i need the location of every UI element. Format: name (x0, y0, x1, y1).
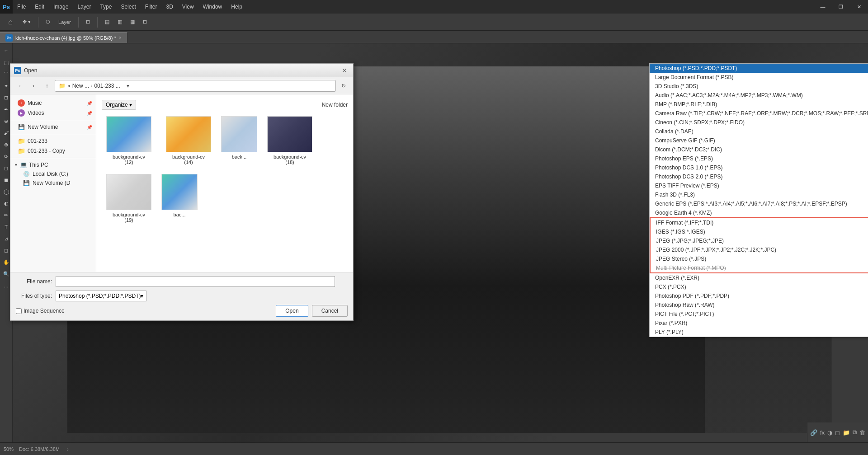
file-item-bg-cv-18[interactable]: background-cv (18) (263, 114, 317, 167)
sidebar-folders-section: 📁 001-233 📁 001-233 - Copy (10, 136, 96, 156)
breadcrumb-part1: « (67, 83, 71, 89)
home-button[interactable]: ⌂ (4, 15, 17, 29)
dialog-close-button[interactable]: ✕ (340, 66, 349, 75)
filetype-option-eps[interactable]: Photoshop EPS (*.EPS) (650, 154, 868, 163)
file-name-6: bac... (174, 212, 186, 217)
filetype-option-iges[interactable]: IGES (*.IGS;*.IGES) (651, 227, 868, 236)
menu-file[interactable]: File (13, 0, 30, 14)
breadcrumb-folder-icon: 📁 (59, 83, 66, 89)
computer-icon: 💻 (20, 161, 27, 168)
filetype-dropdown-arrow: ▾ (141, 293, 143, 299)
dialog-files-area: Organize ▾ New folder background-cv (12) (96, 94, 353, 272)
grid-tool[interactable]: ⊞ (83, 18, 93, 26)
filetype-option-pict[interactable]: PICT File (*.PCT;*.PICT) (650, 310, 868, 319)
filetype-option-raw[interactable]: Photoshop Raw (*.RAW) (650, 300, 868, 310)
active-tab[interactable]: Ps kich-thuoc-cv-chuan (4).jpg @ 50% (RG… (0, 32, 127, 43)
menu-help[interactable]: Help (226, 0, 247, 14)
sidebar-videos-label: Videos (28, 110, 44, 116)
menu-window[interactable]: Window (198, 0, 227, 14)
breadcrumb-dropdown-icon[interactable]: ▾ (122, 80, 134, 92)
sidebar-item-folder-001-233[interactable]: 📁 001-233 (10, 136, 96, 146)
filetype-option-cineon[interactable]: Cineon (*.CIN;*.SDPX;*.DPX;*.FIDO) (650, 118, 868, 127)
menu-filter[interactable]: Filter (141, 0, 162, 14)
menu-type[interactable]: Type (95, 0, 116, 14)
sidebar-item-music[interactable]: ♪ Music 📌 (10, 98, 96, 108)
filetype-option-dcs1[interactable]: Photoshop DCS 1.0 (*.EPS) (650, 163, 868, 172)
file-name-2: background-cv (14) (172, 154, 205, 165)
filetype-option-bmp[interactable]: BMP (*.BMP;*.RLE;*.DIB) (650, 100, 868, 109)
move-tool[interactable]: ✥ ▾ (20, 18, 33, 26)
menu-edit[interactable]: Edit (30, 0, 49, 14)
sidebar-pin-drive: 📌 (87, 125, 92, 130)
file-item-bg-cv-14[interactable]: background-cv (14) (161, 114, 216, 167)
nav-forward-button[interactable]: › (28, 80, 39, 92)
sidebar-thispc-header[interactable]: ▼ 💻 This PC (10, 160, 96, 169)
file-thumb-4 (267, 116, 312, 152)
file-grid: background-cv (12) background-cv (14) (102, 114, 348, 225)
breadcrumb-bar[interactable]: 📁 « New ... › 001-233 ... ▾ (55, 80, 336, 92)
breadcrumb-sub: 001-233 ... (94, 83, 120, 89)
file-item-bg-cv-19[interactable]: background-cv (19) (102, 172, 156, 225)
layer-dropdown[interactable]: Layer (56, 18, 74, 26)
filetype-option-psd[interactable]: Photoshop (*.PSD;*.PDD;*.PSDT) (650, 64, 868, 73)
menu-select[interactable]: Select (116, 0, 140, 14)
file-item-bg-cv-back[interactable]: back... (221, 114, 257, 167)
filetype-option-ply[interactable]: PLY (*.PLY) (650, 328, 868, 337)
sidebar-item-local-disk[interactable]: 💿 Local Disk (C:) (10, 169, 96, 178)
sidebar-item-folder-copy[interactable]: 📁 001-233 - Copy (10, 146, 96, 156)
filetype-selected-text: Photoshop (*.PSD;*.PDD;*.PSDT) (59, 293, 141, 299)
filetype-option-jpeg2000[interactable]: JPEG 2000 (*.JPF;*.JPX;*.JP2;*.J2C;*.J2K… (651, 245, 868, 254)
menu-layer[interactable]: Layer (73, 0, 95, 14)
cancel-button[interactable]: Cancel (312, 305, 348, 317)
doc-info: Doc: 6.38M/6.38M (19, 446, 60, 452)
menu-3d[interactable]: 3D (161, 0, 177, 14)
filetype-option-jpeg[interactable]: JPEG (*.JPG;*.JPEG;*.JPE) (651, 236, 868, 245)
organize-button[interactable]: Organize ▾ (102, 100, 136, 110)
status-arrow: › (67, 446, 69, 452)
filetype-option-gif[interactable]: CompuServe GIF (*.GIF) (650, 136, 868, 145)
filetype-option-pcx[interactable]: PCX (*.PCX) (650, 282, 868, 291)
nav-up-button[interactable]: ↑ (41, 80, 53, 92)
tab-close-icon[interactable]: × (119, 35, 122, 40)
open-button[interactable]: Open (276, 305, 308, 317)
align-left[interactable]: ▤ (102, 18, 112, 26)
filename-input[interactable] (56, 276, 335, 287)
tab-label: kich-thuoc-cv-chuan (4).jpg @ 50% (RGB/8… (15, 35, 116, 41)
filetype-option-iff[interactable]: IFF Format (*.IFF;*.TDI) (651, 218, 868, 227)
filetype-option-psb[interactable]: Large Document Format (*.PSB) (650, 73, 868, 82)
sidebar-folder-001-label: 001-233 (28, 138, 47, 144)
filetype-option-dicom[interactable]: Dicom (*.DCM;*.DC3;*.DIC) (650, 145, 868, 154)
tool-move[interactable]: ↔ (1, 45, 12, 56)
filetype-option-fl3[interactable]: Flash 3D (*.FL3) (650, 190, 868, 199)
menu-image[interactable]: Image (49, 0, 73, 14)
image-sequence-checkbox[interactable] (16, 308, 22, 314)
filetype-option-camera-raw[interactable]: Camera Raw (*.TIF;*.CRW;*.NEF;*.RAF;*.OR… (650, 109, 868, 118)
sidebar-item-videos[interactable]: ▶ Videos 📌 (10, 108, 96, 118)
filetype-option-3ds[interactable]: 3D Studio (*.3DS) (650, 82, 868, 91)
filetype-option-dcs2[interactable]: Photoshop DCS 2.0 (*.EPS) (650, 172, 868, 181)
filetype-option-openexr[interactable]: OpenEXR (*.EXR) (650, 273, 868, 282)
file-item-bg-cv-back2[interactable]: bac... (161, 172, 198, 225)
filetype-option-collada[interactable]: Collada (*.DAE) (650, 127, 868, 136)
sidebar-item-new-volume[interactable]: 💾 New Volume 📌 (10, 122, 96, 132)
filetype-dropdown[interactable]: Photoshop (*.PSD;*.PDD;*.PSDT) ▾ (56, 291, 146, 301)
filetype-option-google-earth[interactable]: Google Earth 4 (*.KMZ) (650, 208, 868, 217)
filetype-option-jpeg-stereo[interactable]: JPEG Stereo (*.JPS) (651, 254, 868, 263)
filetype-option-mpo[interactable]: Multi-Picture Format (*.MPO) (651, 263, 868, 272)
layer-tool[interactable]: ⬡ (43, 18, 53, 26)
menu-view[interactable]: View (178, 0, 198, 14)
align-center[interactable]: ▥ (115, 18, 125, 26)
align-right[interactable]: ▦ (127, 18, 137, 26)
filetype-option-generic-eps[interactable]: Generic EPS (*.EPS;*.AI3;*.AI4;*.AI5;*.A… (650, 199, 868, 208)
filetype-option-audio[interactable]: Audio (*.AAC;*.AC3;*.M2A;*.M4A;*.MP2;*.M… (650, 91, 868, 100)
new-folder-button[interactable]: New folder (322, 102, 348, 108)
distribute[interactable]: ⊟ (140, 18, 150, 26)
filetype-option-pixar[interactable]: Pixar (*.PXR) (650, 319, 868, 328)
nav-back-button[interactable]: ‹ (14, 80, 26, 92)
filetype-option-eps-tiff[interactable]: EPS TIFF Preview (*.EPS) (650, 181, 868, 190)
file-item-bg-cv-12[interactable]: background-cv (12) (102, 114, 156, 167)
sidebar-item-new-volume-d[interactable]: 💾 New Volume (D (10, 178, 96, 188)
filetype-option-pdf[interactable]: Photoshop PDF (*.PDF;*.PDP) (650, 291, 868, 300)
music-icon: ♪ (18, 99, 25, 107)
nav-refresh-button[interactable]: ↻ (338, 80, 349, 92)
